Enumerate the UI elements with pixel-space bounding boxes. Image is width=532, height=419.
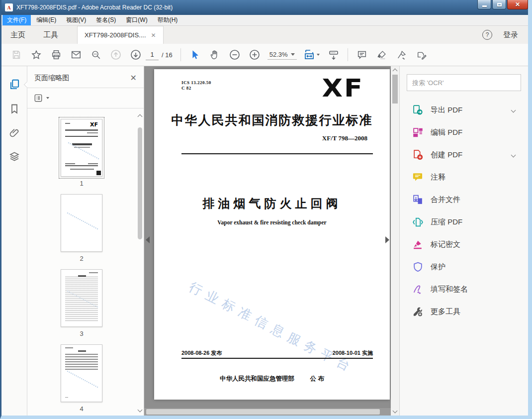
scroll-up-icon[interactable] — [393, 69, 398, 74]
hide-toolbar-button[interactable] — [324, 46, 344, 64]
chevron-down-icon[interactable] — [511, 153, 516, 158]
zoom-level-dropdown[interactable]: 52.3% — [267, 50, 297, 60]
document-title-english: Vapor exhaust & fire resisting check dam… — [154, 219, 390, 225]
highlight-tool-button[interactable] — [372, 46, 392, 64]
tool-label: 保护 — [431, 262, 445, 272]
ics-code: ICS 13.220.50 — [181, 80, 211, 86]
scrollbar-thumb[interactable] — [146, 409, 380, 415]
thumbnail-page-4[interactable]: 4 — [61, 344, 102, 413]
search-button[interactable] — [86, 46, 106, 64]
close-button[interactable]: ✕ — [507, 0, 528, 9]
tab-document[interactable]: XFT798-2008FDIS.... ✕ — [77, 26, 164, 44]
thumbnails-scrollbar[interactable] — [136, 112, 144, 416]
login-button[interactable]: 登录 — [503, 30, 518, 40]
hand-tool-button[interactable] — [205, 46, 225, 64]
protect-shield-icon — [412, 261, 424, 273]
maximize-button[interactable] — [492, 0, 506, 9]
comment-bubble-icon — [356, 49, 367, 60]
issue-date: 2008-08-26 发布 — [181, 349, 222, 357]
fill-sign-tool-button[interactable] — [412, 46, 432, 64]
tool-label: 更多工具 — [431, 307, 460, 316]
tool-export-pdf[interactable]: 导出 PDF — [407, 99, 521, 121]
chevron-down-icon[interactable] — [46, 97, 49, 99]
menu-help[interactable]: 帮助(H) — [153, 15, 182, 25]
save-button[interactable] — [6, 46, 26, 64]
tool-edit-pdf[interactable]: 编辑 PDF — [407, 121, 521, 144]
layers-icon[interactable] — [8, 151, 20, 163]
menu-file[interactable]: 文件(F) — [2, 15, 31, 25]
zoom-out-button[interactable] — [225, 46, 245, 64]
divider-rule — [181, 358, 373, 359]
more-tools-icon — [412, 306, 424, 317]
minimize-icon — [482, 5, 487, 7]
tool-compress-pdf[interactable]: 压缩 PDF — [407, 211, 521, 233]
email-button[interactable] — [66, 46, 86, 64]
help-icon[interactable]: ? — [482, 30, 492, 40]
collapse-right-panel-arrow[interactable] — [385, 236, 389, 243]
zoom-level-value: 52.3% — [269, 51, 288, 58]
thumbnail-list: XF 1 — [27, 112, 136, 416]
tool-label: 压缩 PDF — [431, 217, 462, 227]
sign-tool-button[interactable] — [392, 46, 412, 64]
menu-view[interactable]: 视图(V) — [62, 15, 90, 25]
page-thumbnails-icon[interactable] — [8, 78, 21, 91]
scrollbar-thumb[interactable] — [138, 127, 142, 239]
thumbnail-page-number: 4 — [80, 405, 83, 413]
collapse-left-panel-arrow[interactable] — [146, 236, 150, 243]
scroll-down-icon[interactable] — [137, 408, 142, 413]
document-vertical-scrollbar[interactable] — [391, 66, 399, 416]
comment-tool-button[interactable] — [352, 46, 372, 64]
tool-label: 注释 — [431, 173, 445, 182]
tools-search-input[interactable] — [407, 74, 521, 91]
thumbnail-page-1[interactable]: XF 1 — [61, 119, 102, 187]
pdf-file-icon: A — [5, 3, 13, 11]
class-code: C 82 — [181, 86, 211, 91]
select-tool-button[interactable] — [185, 46, 205, 64]
zoom-in-button[interactable] — [245, 46, 265, 64]
tool-label: 填写和签名 — [431, 285, 468, 294]
tab-home[interactable]: 主页 — [1, 26, 34, 44]
stamp-pen-icon — [416, 49, 427, 60]
thumbnail-page-number: 1 — [80, 180, 83, 187]
tool-protect[interactable]: 保护 — [407, 256, 521, 278]
tool-combine-files[interactable]: 合并文件 — [407, 189, 521, 211]
chevron-down-icon[interactable] — [511, 108, 516, 113]
tab-tools[interactable]: 工具 — [34, 26, 67, 44]
tool-create-pdf[interactable]: 创建 PDF — [407, 144, 521, 166]
pdf-page[interactable]: ICS 13.220.50 C 82 XF 中华人民共和国消防救援行业标准 XF… — [154, 69, 390, 400]
redact-icon — [412, 239, 424, 250]
chevron-down-icon — [317, 54, 320, 56]
page-thumbnails-panel: 页面缩略图 ✕ XF — [27, 66, 144, 416]
thumbnail-page-2[interactable]: 2 — [61, 194, 102, 262]
create-pdf-icon — [412, 149, 424, 161]
attachments-icon[interactable] — [8, 127, 20, 139]
fit-width-icon — [303, 49, 315, 61]
previous-page-button[interactable] — [106, 46, 126, 64]
comment-icon — [412, 172, 424, 183]
print-button[interactable] — [46, 46, 66, 64]
document-pane: ICS 13.220.50 C 82 XF 中华人民共和国消防救援行业标准 XF… — [144, 66, 399, 416]
thumbnail-options-icon[interactable] — [33, 93, 43, 103]
tab-close-icon[interactable]: ✕ — [151, 32, 156, 39]
tool-redact[interactable]: 标记密文 — [407, 233, 521, 256]
minimize-button[interactable] — [477, 0, 491, 9]
implement-date: 2008-10-01 实施 — [333, 349, 373, 357]
tool-comment[interactable]: 注释 — [407, 166, 521, 189]
menu-sign[interactable]: 签名(S) — [91, 15, 120, 25]
scroll-up-icon[interactable] — [137, 114, 142, 119]
bookmarks-icon[interactable] — [8, 103, 20, 115]
page-number-input[interactable] — [146, 49, 159, 60]
scroll-down-icon[interactable] — [393, 409, 398, 414]
scrollbar-thumb[interactable] — [392, 75, 398, 104]
window-title: XFT798-2008FDIS.pdf - Adobe Acrobat Read… — [16, 4, 173, 11]
next-page-button[interactable] — [126, 46, 146, 64]
menu-edit[interactable]: 编辑(E) — [32, 15, 61, 25]
panel-close-icon[interactable]: ✕ — [130, 73, 137, 83]
document-horizontal-scrollbar[interactable] — [144, 408, 391, 416]
fit-width-button[interactable] — [300, 46, 324, 64]
tool-fill-sign[interactable]: 填写和签名 — [407, 278, 521, 301]
favorite-button[interactable] — [26, 46, 46, 64]
tool-more-tools[interactable]: 更多工具 — [407, 301, 521, 323]
thumbnail-page-3[interactable]: 3 — [61, 269, 102, 337]
menu-window[interactable]: 窗口(W) — [121, 15, 152, 25]
